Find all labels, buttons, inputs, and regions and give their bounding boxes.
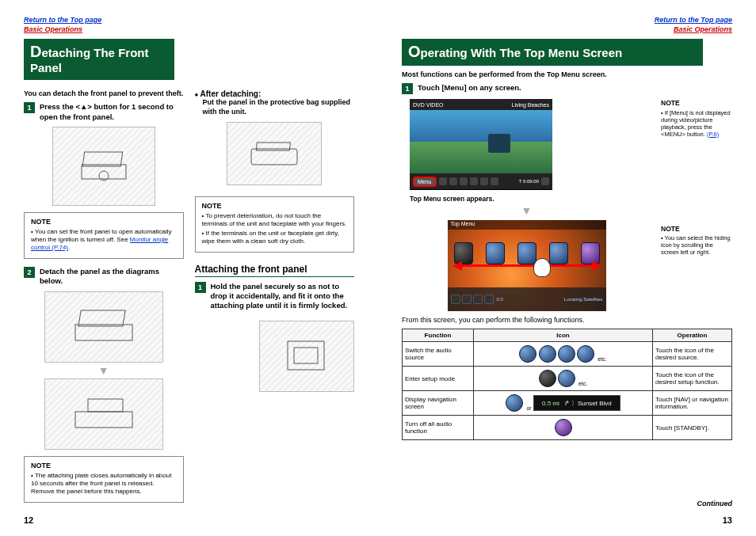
attach-step-1: 1 Hold the panel securely so as not to d… xyxy=(195,282,355,311)
note-auto-close: NOTE The attaching plate closes automati… xyxy=(24,456,184,503)
scroll-left-arrow-icon xyxy=(452,261,462,271)
left-col-2: After detaching: Put the panel in the pr… xyxy=(195,85,355,502)
p6-link[interactable]: (P.6) xyxy=(707,131,719,138)
after-detaching-heading: After detaching: xyxy=(195,89,355,98)
top-links-left: Return to the Top page Basic Operations xyxy=(24,16,354,34)
continued-label: Continued xyxy=(697,500,733,507)
nav-icon-circle xyxy=(506,394,523,412)
basic-ops-link[interactable]: Basic Operations xyxy=(24,25,82,33)
arrow-down-icon-2: ▼ xyxy=(402,204,651,217)
step-number-2: 2 xyxy=(24,267,35,278)
top-links-right: Return to the Top page Basic Operations xyxy=(402,16,732,34)
left-col-1: You can detach the front panel to preven… xyxy=(24,85,184,502)
step-1: 1 Press the <▲> button for 1 second to o… xyxy=(24,102,184,122)
tm-nav-dist: 0.0 xyxy=(497,297,503,302)
setup-icon-globe xyxy=(558,370,575,387)
top-menu-screen: Top Menu xyxy=(448,220,606,311)
svg-rect-4 xyxy=(78,310,126,326)
tm-header-bar: Top Menu xyxy=(448,220,606,230)
stop-icon[interactable] xyxy=(460,177,468,185)
dvd-title-label: Living Beaches xyxy=(512,102,549,108)
tm-locating: Locating Satellites xyxy=(564,297,603,302)
page-number-right: 13 xyxy=(723,515,732,525)
nav-info-bar: 0.5 mi↱ 〉Sunset Blvd xyxy=(533,395,620,411)
svg-rect-5 xyxy=(75,412,132,428)
heading-topmenu: Operating With The Top Menu Screen xyxy=(402,39,703,66)
touch-hand-icon xyxy=(533,258,551,277)
source-icon-ipod xyxy=(558,345,575,363)
ff-icon[interactable] xyxy=(480,177,488,185)
heading-attaching: Attaching the front panel xyxy=(195,264,355,277)
diagram-open-panel xyxy=(52,127,155,206)
th-icon: Icon xyxy=(474,329,653,342)
table-row: Enter setup mode etc. Touch the icon of … xyxy=(403,367,732,391)
th-function: Function xyxy=(403,329,474,342)
next-icon[interactable] xyxy=(491,177,498,185)
prev-icon[interactable] xyxy=(439,177,447,185)
th-operation: Operation xyxy=(653,329,732,342)
dvd-screen: DVD VIDEO Living Beaches Menu T 0:09:00 xyxy=(410,99,552,190)
table-row: Switch the audio source etc. Touch the i… xyxy=(403,342,732,367)
tm-bottom-btn-3[interactable] xyxy=(473,295,483,304)
tm-bottom-btn-2[interactable] xyxy=(462,295,472,304)
step-number-1: 1 xyxy=(24,102,35,113)
svg-rect-10 xyxy=(294,348,318,363)
functions-table: Function Icon Operation Switch the audio… xyxy=(402,329,732,440)
return-top-link[interactable]: Return to the Top page xyxy=(24,16,101,24)
tm-bottom-btn-1[interactable] xyxy=(451,295,460,304)
dvd-source-label: DVD VIDEO xyxy=(413,102,444,108)
diagram-attach xyxy=(259,321,354,392)
caption-topmenu-appears: Top Menu screen appears. xyxy=(410,195,651,203)
right-sidebar: NOTE If [Menu] is not displayed during v… xyxy=(661,99,732,311)
svg-rect-3 xyxy=(75,325,132,340)
caption-functions: From this screen, you can perform the fo… xyxy=(402,316,732,324)
step-number-1c: 1 xyxy=(402,83,413,94)
note-terminals: NOTE To prevent deterioration, do not to… xyxy=(195,196,355,253)
table-row: Turn off all audio function Touch [STAND… xyxy=(403,416,732,440)
tm-step-1: 1 Touch [Menu] on any screen. xyxy=(402,83,732,94)
source-icon-radio xyxy=(577,345,594,363)
right-main-col: DVD VIDEO Living Beaches Menu T 0:09:00 xyxy=(402,99,651,311)
detach-intro: You can detach the front panel to preven… xyxy=(24,89,184,97)
play-icon[interactable] xyxy=(470,177,478,185)
diagram-detach-2 xyxy=(44,378,163,450)
dvd-video-area xyxy=(410,110,552,173)
diagram-detach-1 xyxy=(44,291,163,363)
step-2: 2 Detach the panel as the diagrams below… xyxy=(24,267,184,287)
svg-rect-1 xyxy=(82,152,123,166)
after-detaching-text: Put the panel in the protective bag supp… xyxy=(203,98,355,116)
topmenu-intro: Most functions can be performed from the… xyxy=(402,70,732,78)
diagram-protective-bag xyxy=(227,122,322,185)
step-number-1b: 1 xyxy=(195,282,206,293)
page-left: Return to the Top page Basic Operations … xyxy=(0,0,378,536)
menu-button[interactable]: Menu xyxy=(413,177,437,187)
scroll-right-arrow-icon xyxy=(592,261,601,271)
svg-rect-0 xyxy=(82,165,126,179)
rew-icon[interactable] xyxy=(449,177,457,185)
hide-icon[interactable] xyxy=(541,177,549,185)
basic-ops-link-r[interactable]: Basic Operations xyxy=(674,25,732,33)
page-right: Return to the Top page Basic Operations … xyxy=(378,0,756,536)
source-icon-disc xyxy=(519,345,536,363)
return-top-link-r[interactable]: Return to the Top page xyxy=(655,16,732,24)
arrow-down-icon: ▼ xyxy=(24,364,184,377)
svg-rect-7 xyxy=(251,149,297,165)
dvd-time: T 0:09:00 xyxy=(519,179,539,184)
tm-bottom-btn-4[interactable] xyxy=(484,295,494,304)
svg-rect-6 xyxy=(88,399,123,412)
note-scroll-icons: NOTE You can select the hiding icon by s… xyxy=(661,225,732,256)
table-row: Display navigation screen or 0.5 mi↱ 〉Su… xyxy=(403,391,732,416)
source-icon-usb xyxy=(539,345,556,363)
setup-icon-wrench xyxy=(539,370,556,387)
note-auto-open: NOTE You can set the front panel to open… xyxy=(24,212,184,259)
heading-detaching: Detaching The Front Panel xyxy=(24,39,174,80)
standby-icon xyxy=(555,419,572,436)
page-number-left: 12 xyxy=(24,515,33,525)
note-menu-hidden: NOTE If [Menu] is not displayed during v… xyxy=(661,99,732,137)
svg-rect-9 xyxy=(288,341,324,370)
